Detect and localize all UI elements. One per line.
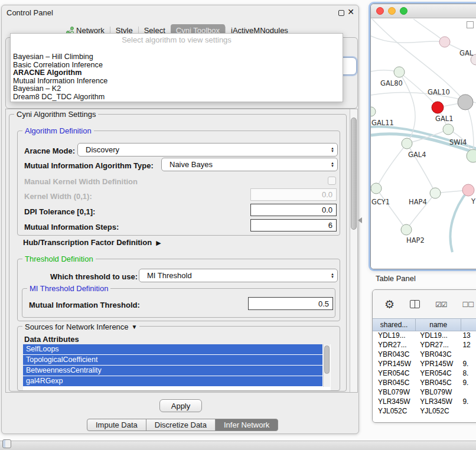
table-row[interactable]: YBR045CYBR045C9.: [373, 379, 476, 388]
mi-threshold-field[interactable]: 0.5: [248, 297, 333, 310]
dpi-tolerance-field[interactable]: 0.0: [250, 204, 337, 216]
network-node[interactable]: [443, 124, 454, 135]
scrollbar-thumb[interactable]: [351, 118, 357, 230]
select-all-icon[interactable]: [435, 299, 447, 309]
dpi-tolerance-label: DPI Tolerance [0,1]:: [24, 207, 95, 216]
node-label: GAL: [459, 49, 474, 57]
deselect-all-icon[interactable]: [462, 299, 474, 309]
node-label: GAL11: [371, 119, 394, 127]
table-row[interactable]: YJL052CYJL052C: [373, 407, 476, 416]
network-canvas[interactable]: GALGAL80GAL10GAL11GAL1SWI4GAL4GCY1HAP4YH…: [371, 19, 476, 269]
algorithm-option[interactable]: Dream8 DC_TDC Algorithm: [13, 93, 340, 102]
table-row[interactable]: YBL079WYBL079W: [373, 388, 476, 397]
table-panel-window: shared... name YDL19...YDL19...13YDR27..…: [372, 289, 476, 423]
algorithm-option[interactable]: Bayesian – K2: [13, 85, 340, 93]
attribute-item[interactable]: TopologicalCoefficient: [23, 355, 322, 365]
sources-toggle[interactable]: Sources for Network Inference: [22, 322, 139, 331]
table-row[interactable]: YPR145WYPR145W9.: [373, 360, 476, 369]
table-cell: YDR27...: [416, 341, 461, 350]
table-panel-title: Table Panel: [376, 274, 416, 283]
float-window-icon[interactable]: [338, 10, 344, 16]
aracne-mode-label: Aracne Mode:: [24, 146, 75, 155]
network-node[interactable]: [432, 102, 444, 113]
tab-discretize-data[interactable]: Discretize Data: [146, 419, 216, 431]
column-header-name[interactable]: name: [416, 319, 461, 331]
network-svg: GALGAL80GAL10GAL11GAL1SWI4GAL4GCY1HAP4YH…: [371, 19, 476, 269]
algorithm-popup-list: Bayesian – Hill ClimbingBasic Correlatio…: [11, 53, 343, 102]
tab-impute-data[interactable]: Impute Data: [87, 419, 146, 431]
network-node[interactable]: [394, 67, 405, 77]
kernel-width-field[interactable]: 0.0: [250, 188, 337, 201]
network-node[interactable]: [439, 37, 450, 47]
table-row[interactable]: YDL19...YDL19...13: [373, 331, 476, 341]
network-node[interactable]: [371, 183, 382, 194]
column-header-shared[interactable]: shared...: [373, 319, 416, 331]
network-node[interactable]: [458, 94, 473, 110]
minimize-traffic-light[interactable]: [388, 7, 396, 15]
close-icon[interactable]: ✕: [347, 7, 354, 17]
zoom-traffic-light[interactable]: [400, 7, 407, 15]
algorithm-option[interactable]: Basic Correlation Inference: [13, 61, 340, 70]
network-edge: [372, 19, 465, 102]
gear-icon[interactable]: [384, 298, 395, 311]
network-node[interactable]: [430, 188, 441, 198]
node-label: GCY1: [371, 198, 390, 206]
apply-button[interactable]: Apply: [159, 399, 202, 412]
table-cell: YDL19...: [416, 331, 461, 341]
network-node[interactable]: [401, 224, 412, 235]
table-cell: YDL19...: [373, 331, 416, 341]
network-edge: [371, 36, 445, 43]
attributes-scrollbar[interactable]: [323, 344, 330, 387]
show-panel-button[interactable]: [2, 439, 11, 448]
select-arrows-icon: [331, 162, 334, 168]
status-strip: [0, 441, 476, 450]
close-traffic-light[interactable]: [376, 7, 384, 15]
algorithm-option[interactable]: ARACNE Algorithm: [13, 69, 340, 77]
table-row[interactable]: YLR345WYLR345W9.: [373, 397, 476, 407]
chevron-down-icon: [132, 322, 138, 331]
node-label: GAL4: [408, 151, 426, 159]
tab-infer-network[interactable]: Infer Network: [215, 419, 278, 431]
table-row[interactable]: YBR043CYBR043C: [373, 350, 476, 360]
algorithm-option[interactable]: Mutual Information Inference: [13, 77, 340, 86]
mi-algorithm-type-select[interactable]: Naive Bayes: [161, 158, 338, 171]
kernel-width-value: 0.0: [322, 190, 332, 199]
attribute-item[interactable]: SelfLoops: [23, 344, 322, 354]
algorithm-option[interactable]: Bayesian – Hill Climbing: [13, 53, 340, 61]
select-arrows-icon: [331, 273, 334, 279]
table-row[interactable]: YDR27...YDR27...12: [373, 341, 476, 350]
manual-kernel-checkbox[interactable]: [328, 177, 336, 185]
table-cell: YLR345W: [373, 397, 416, 407]
table-cell: [461, 388, 476, 397]
control-panel-window: Control Panel ✕ Network Style Select Cyn…: [1, 5, 359, 434]
node-label: SWI4: [449, 138, 467, 146]
mi-steps-field[interactable]: 6: [250, 219, 337, 231]
splitter-handle[interactable]: [358, 217, 362, 223]
table-cell: 9.: [461, 360, 476, 369]
table-columns-icon[interactable]: [410, 300, 420, 308]
cyni-bottom-tabs: Impute Data Discretize Data Infer Networ…: [87, 419, 278, 431]
table-cell: YBR045C: [373, 379, 416, 388]
network-node[interactable]: [462, 184, 474, 196]
algorithm-definition-title: Algorithm Definition: [22, 126, 94, 135]
network-node[interactable]: [371, 107, 376, 116]
which-threshold-label: Which threshold to use:: [50, 272, 138, 281]
network-view-window: GALGAL80GAL10GAL11GAL1SWI4GAL4GCY1HAP4YH…: [370, 4, 476, 269]
attribute-item[interactable]: BetweennessCentrality: [23, 366, 322, 376]
manual-kernel-label: Manual Kernel Width Definition: [24, 177, 138, 186]
hub-definition-label: Hub/Transcription Factor Definition: [23, 238, 152, 247]
attribute-item[interactable]: gal4RGexp: [23, 376, 322, 386]
which-threshold-select[interactable]: MI Threshold: [139, 269, 338, 282]
table-row[interactable]: YER054CYER054C8.: [373, 369, 476, 379]
network-node[interactable]: [402, 138, 412, 149]
hub-definition-toggle[interactable]: Hub/Transcription Factor Definition: [23, 238, 161, 247]
aracne-mode-select[interactable]: Discovery: [77, 143, 338, 156]
overview-toggle[interactable]: [467, 21, 474, 28]
column-header-cut[interactable]: [461, 319, 476, 331]
node-label: GAL10: [428, 88, 450, 96]
network-edge: [376, 188, 406, 230]
scrollbar-thumb[interactable]: [324, 345, 330, 374]
settings-scrollbar[interactable]: [350, 109, 357, 392]
table-cell: YER054C: [373, 369, 416, 379]
which-threshold-value: MI Threshold: [147, 271, 192, 280]
